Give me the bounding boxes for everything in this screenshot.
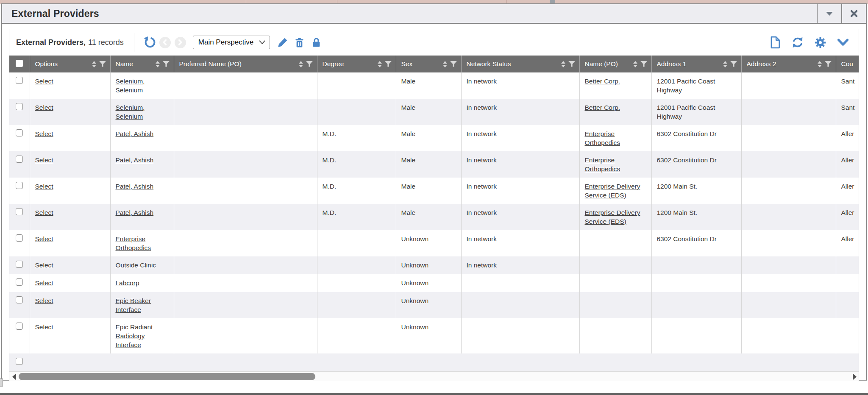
- horizontal-scrollbar[interactable]: [9, 371, 859, 382]
- row-checkbox[interactable]: [16, 103, 23, 110]
- select-link[interactable]: Select: [35, 323, 53, 331]
- select-all-header[interactable]: [9, 56, 30, 72]
- name-link[interactable]: Patel, Ashish: [116, 209, 154, 216]
- column-header-preferred_name[interactable]: Preferred Name (PO): [174, 56, 317, 72]
- row-checkbox[interactable]: [16, 182, 23, 189]
- row-checkbox[interactable]: [16, 77, 23, 84]
- select-link[interactable]: Select: [35, 279, 53, 287]
- sort-icon[interactable]: [443, 61, 447, 67]
- column-header-sex[interactable]: Sex: [396, 56, 461, 72]
- perspective-select[interactable]: Main Perspective: [193, 36, 270, 49]
- select-link[interactable]: Select: [35, 130, 53, 137]
- cell-network_status: In network: [461, 72, 579, 99]
- select-link[interactable]: Select: [35, 235, 53, 242]
- select-link[interactable]: Select: [35, 183, 53, 190]
- column-header-address2[interactable]: Address 2: [741, 56, 836, 72]
- filter-funnel-icon[interactable]: [825, 61, 832, 67]
- name_po-link[interactable]: Enterprise Delivery Service (EDS): [585, 183, 640, 199]
- filter-funnel-icon[interactable]: [730, 61, 737, 67]
- column-header-county[interactable]: Cou: [836, 56, 859, 72]
- name_po-link[interactable]: Enterprise Delivery Service (EDS): [585, 209, 640, 225]
- row-checkbox-cell: [9, 151, 30, 178]
- row-checkbox[interactable]: [16, 278, 23, 286]
- name_po-link[interactable]: Better Corp.: [585, 104, 620, 111]
- select-link[interactable]: Select: [35, 261, 53, 269]
- cell-name: Enterprise Orthopedics: [110, 230, 174, 256]
- sort-icon[interactable]: [723, 61, 727, 67]
- previous-perspective-button[interactable]: [159, 37, 171, 48]
- sort-icon[interactable]: [156, 61, 160, 67]
- name-link[interactable]: Patel, Ashish: [116, 156, 154, 164]
- cell-name_po: [579, 274, 651, 292]
- cell-name: Outside Clinic: [110, 256, 174, 274]
- name-link[interactable]: Outside Clinic: [116, 261, 156, 269]
- column-header-options[interactable]: Options: [30, 56, 110, 72]
- next-perspective-button[interactable]: [175, 37, 186, 48]
- row-checkbox[interactable]: [16, 208, 23, 215]
- name_po-link[interactable]: Enterprise Orthopedics: [585, 130, 620, 146]
- scroll-left-arrow-icon[interactable]: [12, 373, 16, 380]
- cell-county: [836, 256, 859, 274]
- filter-funnel-icon[interactable]: [568, 61, 575, 67]
- select-link[interactable]: Select: [35, 78, 53, 85]
- sort-icon[interactable]: [92, 61, 96, 67]
- cell-name_po: Enterprise Orthopedics: [579, 125, 651, 151]
- name_po-link[interactable]: Better Corp.: [585, 78, 620, 85]
- sort-icon[interactable]: [561, 61, 565, 67]
- filter-funnel-icon[interactable]: [99, 61, 106, 67]
- sort-icon[interactable]: [299, 61, 303, 67]
- row-checkbox[interactable]: [16, 156, 23, 163]
- cell-address1: 6302 Constitution Dr: [651, 230, 741, 256]
- name-link[interactable]: Enterprise Orthopedics: [116, 235, 151, 251]
- scroll-right-arrow-icon[interactable]: [853, 373, 857, 380]
- select-link[interactable]: Select: [35, 156, 53, 164]
- empty-row-checkbox[interactable]: [16, 358, 23, 365]
- name-link[interactable]: Selenium, Selenium: [116, 78, 145, 94]
- sort-icon[interactable]: [633, 61, 637, 67]
- column-header-address1[interactable]: Address 1: [651, 56, 741, 72]
- select-link[interactable]: Select: [35, 104, 53, 111]
- cell-address2: [741, 230, 836, 256]
- column-label: Degree: [323, 60, 375, 68]
- lock-perspective-button[interactable]: [311, 37, 322, 48]
- sort-icon[interactable]: [378, 61, 382, 67]
- scrollbar-thumb[interactable]: [19, 373, 315, 380]
- refresh-button[interactable]: [791, 36, 804, 49]
- name_po-link[interactable]: Enterprise Orthopedics: [585, 156, 620, 172]
- filter-funnel-icon[interactable]: [306, 61, 313, 67]
- select-link[interactable]: Select: [35, 209, 53, 216]
- name-link[interactable]: Epic Radiant Radiology Interface: [116, 323, 153, 348]
- delete-perspective-button[interactable]: [294, 37, 305, 48]
- filter-funnel-icon[interactable]: [163, 61, 170, 67]
- name-link[interactable]: Selenium, Selenium: [116, 104, 145, 120]
- filter-funnel-icon[interactable]: [640, 61, 647, 67]
- sort-icon[interactable]: [818, 61, 822, 67]
- column-header-name_po[interactable]: Name (PO): [579, 56, 651, 72]
- column-header-degree[interactable]: Degree: [317, 56, 396, 72]
- name-link[interactable]: Patel, Ashish: [116, 183, 154, 190]
- cell-options: Select: [30, 151, 110, 178]
- filter-funnel-icon[interactable]: [385, 61, 392, 67]
- filter-funnel-icon[interactable]: [450, 61, 457, 67]
- row-checkbox[interactable]: [16, 323, 23, 330]
- window-menu-button[interactable]: [817, 4, 841, 23]
- name-link[interactable]: Epic Beaker Interface: [116, 297, 151, 313]
- settings-button[interactable]: [814, 36, 826, 49]
- new-record-button[interactable]: [769, 36, 781, 49]
- collapse-toolbar-button[interactable]: [837, 37, 849, 47]
- chevron-down-icon: [826, 12, 833, 16]
- row-checkbox[interactable]: [16, 234, 23, 242]
- row-checkbox[interactable]: [16, 296, 23, 303]
- table-row: SelectPatel, AshishM.D.MaleIn networkEnt…: [9, 125, 859, 151]
- name-link[interactable]: Patel, Ashish: [116, 130, 154, 137]
- select-all-checkbox[interactable]: [16, 60, 23, 67]
- column-header-name[interactable]: Name: [110, 56, 174, 72]
- edit-perspective-button[interactable]: [277, 37, 288, 48]
- row-checkbox[interactable]: [16, 261, 23, 268]
- select-link[interactable]: Select: [35, 297, 53, 304]
- name-link[interactable]: Labcorp: [116, 279, 139, 287]
- column-header-network_status[interactable]: Network Status: [461, 56, 579, 72]
- window-close-button[interactable]: [841, 4, 866, 23]
- undo-button[interactable]: [143, 36, 156, 49]
- row-checkbox[interactable]: [16, 129, 23, 136]
